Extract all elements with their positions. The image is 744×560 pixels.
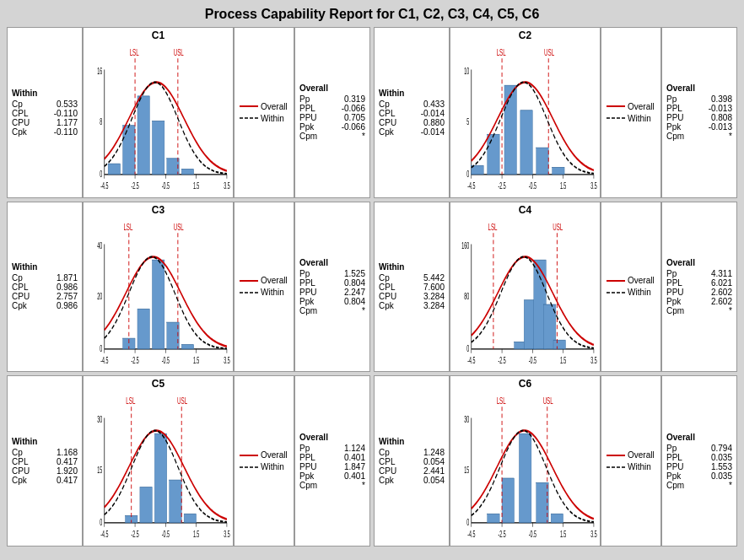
- svg-text:8: 8: [100, 117, 102, 127]
- overall-stats-C1: OverallPp0.319PPL-0.066PPU0.705Ppk-0.066…: [294, 27, 370, 198]
- svg-text:USL: USL: [543, 395, 553, 407]
- svg-rect-122: [140, 487, 153, 523]
- svg-text:1.5: 1.5: [193, 181, 200, 191]
- within-stats-C5: WithinCp1.168CPL0.417CPU1.920Cpk0.417: [7, 375, 83, 547]
- stat-row-within-Cpk-C6: Cpk0.054: [379, 476, 445, 485]
- svg-rect-147: [488, 514, 500, 524]
- chart-title-C1: C1: [84, 28, 233, 41]
- svg-text:1.5: 1.5: [560, 181, 567, 191]
- chart-area-C4: C4-4.5-2.5-0.51.53.5160800LSLUSL: [450, 202, 601, 373]
- legend-overall-line-C6: [607, 452, 625, 459]
- legend-overall-line-C2: [607, 103, 625, 110]
- within-stats-C4: WithinCp5.442CPL7.600CPU3.284Cpk3.284: [374, 202, 450, 373]
- legend-overall-label-C1: Overall: [261, 102, 288, 111]
- legend-within-label-C4: Within: [628, 288, 651, 297]
- stat-row-overall-Cpm-C1: Cpm*: [299, 132, 365, 141]
- stat-row-overall-Pp-C1: Pp0.319: [299, 94, 365, 104]
- stat-row-overall-PPL-C1: PPL-0.066: [299, 104, 365, 113]
- svg-rect-47: [553, 167, 565, 174]
- svg-text:-4.5: -4.5: [467, 530, 475, 539]
- legend-overall-C1: Overall: [240, 102, 288, 111]
- legend-within-C4: Within: [607, 288, 655, 297]
- legend-within-line-C1: [240, 115, 258, 121]
- stat-row-within-CPL-C1: CPL-0.110: [12, 109, 78, 118]
- stat-row-within-CPU-C3: CPU2.757: [12, 292, 78, 301]
- legend-overall-label-C6: Overall: [628, 450, 655, 460]
- svg-text:-4.5: -4.5: [100, 530, 108, 539]
- stat-row-overall-PPL-C6: PPL0.035: [666, 453, 732, 462]
- svg-text:15: 15: [464, 466, 469, 476]
- svg-text:-2.5: -2.5: [498, 530, 505, 539]
- svg-text:16: 16: [97, 67, 102, 76]
- chart-area-C6: C6-4.5-2.5-0.51.53.530150LSLUSL: [450, 375, 601, 547]
- svg-text:3.5: 3.5: [590, 530, 597, 539]
- legend-overall-C5: Overall: [240, 450, 288, 460]
- stat-row-overall-Pp-C4: Pp4.311: [666, 269, 732, 278]
- svg-text:0: 0: [466, 519, 469, 528]
- svg-text:-0.5: -0.5: [162, 355, 170, 364]
- svg-text:0: 0: [100, 519, 102, 528]
- legend-box-C6: Overall Within: [601, 375, 661, 547]
- within-stats-C2: WithinCp0.433CPL-0.014CPU0.880Cpk-0.014: [374, 27, 450, 198]
- svg-text:-0.5: -0.5: [162, 181, 170, 191]
- legend-box-C5: Overall Within: [234, 375, 294, 547]
- svg-text:-4.5: -4.5: [100, 355, 108, 364]
- svg-text:-0.5: -0.5: [529, 181, 536, 191]
- legend-within-line-C6: [607, 464, 625, 471]
- stat-row-within-CPU-C1: CPU1.177: [12, 118, 78, 127]
- svg-text:30: 30: [97, 415, 102, 424]
- stat-row-within-Cpk-C1: Cpk-0.110: [12, 127, 78, 137]
- svg-rect-148: [502, 478, 515, 523]
- chart-title-C5: C5: [84, 376, 233, 390]
- report-title: Process Capability Report for C1, C2, C3…: [7, 7, 737, 22]
- svg-text:3.5: 3.5: [590, 181, 597, 191]
- svg-text:LSL: LSL: [488, 220, 498, 232]
- panel-group-C1: WithinCp0.533CPL-0.110CPU1.177Cpk-0.110C…: [7, 27, 370, 198]
- svg-text:USL: USL: [553, 220, 563, 232]
- chart-title-C4: C4: [450, 202, 600, 216]
- svg-text:-4.5: -4.5: [467, 355, 475, 364]
- legend-within-C5: Within: [240, 462, 288, 471]
- svg-text:USL: USL: [174, 220, 184, 232]
- svg-text:10: 10: [464, 67, 469, 76]
- stat-row-overall-Cpm-C5: Cpm*: [299, 481, 365, 490]
- svg-rect-44: [504, 85, 517, 175]
- legend-overall-line-C4: [607, 277, 625, 284]
- stat-row-within-CPL-C3: CPL0.986: [12, 283, 78, 292]
- stat-row-within-CPU-C6: CPU2.441: [379, 466, 445, 476]
- legend-overall-C6: Overall: [607, 450, 655, 460]
- svg-text:1.5: 1.5: [560, 355, 567, 364]
- svg-text:LSL: LSL: [497, 395, 506, 407]
- legend-overall-label-C4: Overall: [628, 276, 655, 285]
- overall-stats-C3: OverallPp1.525PPL0.804PPU2.247Ppk0.804Cp…: [294, 202, 370, 373]
- stat-row-overall-Pp-C5: Pp1.124: [299, 444, 365, 453]
- legend-within-line-C3: [240, 289, 258, 296]
- svg-text:160: 160: [461, 241, 469, 250]
- legend-overall-label-C3: Overall: [261, 276, 288, 285]
- stat-row-overall-Ppk-C5: Ppk0.401: [299, 471, 365, 481]
- svg-text:-2.5: -2.5: [498, 181, 505, 191]
- svg-text:-2.5: -2.5: [131, 181, 138, 191]
- stat-row-overall-PPU-C2: PPU0.808: [666, 113, 732, 122]
- stat-row-within-Cpk-C4: Cpk3.284: [379, 301, 445, 310]
- svg-text:USL: USL: [174, 46, 184, 58]
- svg-text:USL: USL: [544, 46, 554, 58]
- panel-group-C6: WithinCp1.248CPL0.054CPU2.441Cpk0.054C6-…: [374, 375, 737, 547]
- svg-text:LSL: LSL: [130, 46, 139, 58]
- stat-row-overall-Cpm-C3: Cpm*: [299, 306, 365, 315]
- svg-text:-2.5: -2.5: [131, 530, 138, 539]
- svg-text:30: 30: [464, 415, 469, 424]
- legend-within-label-C2: Within: [628, 114, 651, 123]
- chart-title-C6: C6: [450, 376, 600, 390]
- svg-text:5: 5: [466, 117, 469, 127]
- stat-row-overall-Cpm-C4: Cpm*: [666, 306, 732, 315]
- svg-rect-19: [167, 159, 180, 175]
- stat-row-overall-PPU-C5: PPU1.847: [299, 462, 365, 471]
- svg-text:LSL: LSL: [497, 46, 506, 58]
- panel-group-C2: WithinCp0.433CPL-0.014CPU0.880Cpk-0.014C…: [374, 27, 737, 198]
- svg-text:0: 0: [466, 170, 469, 179]
- svg-text:3.5: 3.5: [590, 355, 597, 364]
- stat-row-overall-PPL-C2: PPL-0.013: [666, 104, 732, 113]
- legend-overall-C2: Overall: [607, 102, 655, 111]
- stat-row-within-Cpk-C5: Cpk0.417: [12, 476, 78, 485]
